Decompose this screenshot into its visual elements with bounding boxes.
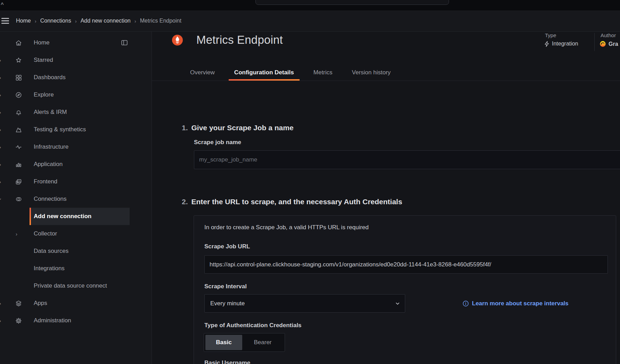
breadcrumb-add-new-connection[interactable]: Add new connection [81,18,131,24]
sidebar-item-infrastructure[interactable]: › Infrastructure [0,138,152,156]
chevron-down-icon [395,301,400,306]
sidebar-item-label: Starred [34,57,53,64]
step2-heading: 2.Enter the URL to scrape, and the neces… [182,198,402,206]
nav-sidebar: Home › Starred › Dashboards › Explore [0,32,152,364]
author-value: Gra [599,41,618,47]
compass-icon [14,91,23,99]
dock-menu-icon[interactable] [121,39,128,47]
auth-option-basic[interactable]: Basic [205,335,242,350]
tab-bar: Overview Configuration Details Metrics V… [152,64,620,81]
sidebar-item-connections[interactable]: › Connections [0,190,152,208]
breadcrumb-connections[interactable]: Connections [40,18,71,24]
sidebar-item-explore[interactable]: › Explore [0,86,152,104]
chevron-right-icon[interactable]: › [0,109,2,115]
sidebar-item-label: Integrations [34,265,65,272]
chevron-right-icon[interactable]: › [0,179,2,185]
sidebar-item-integrations[interactable]: Integrations [0,260,152,277]
main-content: Metrics Endpoint Type Integration Author… [152,32,620,364]
sidebar-item-dashboards[interactable]: › Dashboards [0,69,152,86]
scrape-interval-select[interactable]: Every minute [204,294,405,313]
tab-metrics[interactable]: Metrics [308,64,338,81]
scrape-interval-row: Every minute Learn more about scrape int… [204,294,608,313]
chevron-right-icon[interactable]: › [0,127,2,133]
tab-configuration-details[interactable]: Configuration Details [229,64,300,81]
sidebar-item-label: Frontend [34,178,57,185]
menu-hamburger-icon[interactable] [0,18,16,24]
sidebar-item-label: Alerts & IRM [34,109,67,116]
sidebar-item-home[interactable]: Home [0,34,152,51]
sidebar-item-alerts-irm[interactable]: › Alerts & IRM [0,104,152,121]
sidebar-item-testing-synthetics[interactable]: › Testing & synthetics [0,121,152,138]
scrape-job-panel: In order to create a Scrape Job, a valid… [194,215,616,364]
top-bar: ^ Search or jump to... [0,0,620,10]
scrape-interval-label: Scrape Interval [204,283,247,290]
chevron-down-icon[interactable]: › [0,197,3,201]
type-value: Integration [544,41,578,47]
chevron-right-icon[interactable]: › [16,231,20,237]
auth-type-segmented-control: Basic Bearer [204,333,285,352]
dashboards-grid-icon [14,73,23,82]
auth-option-bearer[interactable]: Bearer [242,335,283,350]
scrape-job-name-input[interactable] [194,150,620,169]
bolt-icon [544,41,549,47]
scrape-job-url-label: Scrape Job URL [204,243,250,250]
sidebar-item-apps[interactable]: › Apps [0,295,152,312]
sidebar-item-label: Connections [34,196,67,202]
type-label: Type [545,32,556,38]
prometheus-icon [172,35,183,46]
step2-number: 2. [182,198,188,206]
breadcrumb-separator: › [31,18,40,24]
chevron-right-icon[interactable]: › [0,318,2,324]
chevron-right-icon[interactable]: › [0,92,2,98]
sidebar-item-label: Testing & synthetics [34,126,86,133]
breadcrumb-separator: › [71,18,81,24]
scrape-intervals-link[interactable]: Learn more about scrape intervals [463,294,569,313]
sidebar-item-label: Application [34,161,63,168]
pulse-icon [14,143,23,151]
gear-icon [14,316,23,325]
grafana-logo-icon [599,41,606,47]
sidebar-item-label: Administration [34,317,71,324]
sidebar-item-starred[interactable]: › Starred [0,51,152,69]
sidebar-item-application[interactable]: › Application [0,156,152,173]
sidebar-item-collector[interactable]: › Collector [0,225,152,242]
sidebar-item-label: Apps [34,300,47,307]
sidebar-item-frontend[interactable]: › Frontend [0,173,152,190]
chevron-right-icon[interactable]: › [0,75,2,81]
meta-divider [594,33,595,51]
bar-chart-icon [14,160,23,168]
breadcrumb-metrics-endpoint: Metrics Endpoint [140,18,181,24]
sidebar-item-administration[interactable]: › Administration [0,312,152,329]
sidebar-item-label: Dashboards [34,74,66,81]
k6-mountain-icon [14,125,23,134]
sidebar-item-label: Data sources [34,248,68,255]
chevron-right-icon[interactable]: › [0,162,2,167]
breadcrumb-home[interactable]: Home [16,18,31,24]
scrape-job-url-input[interactable] [204,255,608,274]
chevron-right-icon[interactable]: › [0,300,2,306]
sidebar-item-label: Private data source connect [34,282,107,289]
tab-overview[interactable]: Overview [185,64,220,81]
sidebar-item-label: Infrastructure [34,143,68,150]
apps-layers-icon [14,299,23,307]
grafana-app-window: ^ Search or jump to... Home › Connection… [0,0,620,364]
search-input[interactable]: Search or jump to... [255,0,449,5]
active-orange-bar [30,208,31,225]
chevron-right-icon[interactable]: › [0,144,2,150]
auth-type-label: Type of Authentication Credentials [204,322,302,329]
sidebar-item-add-new-connection[interactable]: Add new connection [0,208,152,225]
breadcrumb: Home › Connections › Add new connection … [0,10,620,32]
scrape-job-name-label: Scrape job name [194,139,241,146]
sidebar-item-label: Explore [34,91,54,98]
sidebar-item-label: Collector [34,230,57,237]
sidebar-item-private-data-source-connect[interactable]: Private data source connect [0,277,152,295]
sidebar-item-data-sources[interactable]: Data sources [0,242,152,260]
author-label: Author [601,32,616,38]
tab-version-history[interactable]: Version history [346,64,397,81]
frontend-windows-icon [14,177,23,186]
page-title: Metrics Endpoint [196,32,283,48]
chevron-right-icon[interactable]: › [0,57,2,63]
step1-heading: 1.Give your Scrape Job a name [182,124,294,132]
panel-info-text: In order to create a Scrape Job, a valid… [204,224,369,231]
step1-number: 1. [182,124,188,132]
